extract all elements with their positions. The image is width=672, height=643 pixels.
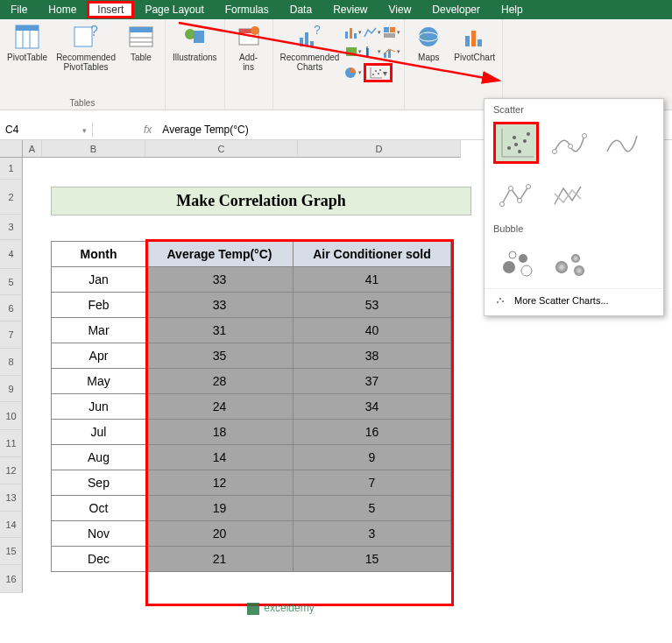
pivottable-button[interactable]: PivotTable bbox=[4, 21, 51, 74]
cell-ac[interactable]: 37 bbox=[294, 369, 451, 394]
rownum[interactable]: 9 bbox=[0, 376, 23, 402]
rownum[interactable]: 6 bbox=[0, 295, 23, 322]
table-row[interactable]: Feb3353 bbox=[52, 293, 451, 318]
rownum[interactable]: 7 bbox=[0, 322, 23, 349]
rownum[interactable]: 8 bbox=[0, 349, 23, 376]
bubble-3d-option[interactable] bbox=[546, 241, 591, 283]
cell-temp[interactable]: 20 bbox=[146, 521, 294, 547]
table-row[interactable]: Apr3538 bbox=[52, 343, 451, 369]
cell-temp[interactable]: 14 bbox=[146, 445, 294, 470]
scatter-straight-lines-markers-option[interactable] bbox=[493, 174, 539, 216]
rownum[interactable]: 11 bbox=[0, 430, 23, 457]
cell-ac[interactable]: 40 bbox=[294, 318, 451, 343]
cell-temp[interactable]: 33 bbox=[146, 267, 294, 293]
cell-month[interactable]: Nov bbox=[52, 521, 146, 547]
cell-month[interactable]: Sep bbox=[52, 470, 146, 496]
cell-month[interactable]: Feb bbox=[52, 293, 146, 318]
tab-file[interactable]: File bbox=[0, 1, 38, 18]
cell-ac[interactable]: 9 bbox=[294, 445, 451, 470]
cell-temp[interactable]: 35 bbox=[146, 343, 294, 369]
scatter-chart-button[interactable]: ▾ bbox=[364, 63, 393, 82]
bubble-option[interactable] bbox=[493, 241, 539, 283]
cell-temp[interactable]: 33 bbox=[146, 293, 294, 318]
scatter-smooth-option[interactable] bbox=[598, 122, 644, 164]
cell-ac[interactable]: 15 bbox=[294, 547, 451, 572]
cell-temp[interactable]: 28 bbox=[146, 369, 294, 394]
column-chart-button[interactable]: ▾ bbox=[344, 25, 362, 40]
recommended-charts-button[interactable]: ? Recommended Charts bbox=[277, 21, 343, 82]
rownum[interactable]: 12 bbox=[0, 457, 23, 484]
cell-ac[interactable]: 3 bbox=[294, 521, 451, 547]
table-row[interactable]: Dec2115 bbox=[52, 547, 451, 572]
table-row[interactable]: May2837 bbox=[52, 369, 451, 394]
cell-temp[interactable]: 31 bbox=[146, 318, 294, 343]
maps-button[interactable]: Maps bbox=[408, 21, 449, 64]
rownum[interactable]: 4 bbox=[0, 240, 23, 269]
cell-ac[interactable]: 34 bbox=[294, 394, 451, 420]
table-row[interactable]: Jan3341 bbox=[52, 267, 451, 293]
cell-ac[interactable]: 16 bbox=[294, 420, 451, 445]
colhead-b[interactable]: B bbox=[42, 140, 145, 158]
cell-month[interactable]: Jun bbox=[52, 394, 146, 420]
rownum[interactable]: 3 bbox=[0, 215, 23, 240]
colhead-a[interactable]: A bbox=[23, 140, 42, 158]
rownum[interactable]: 5 bbox=[0, 269, 23, 295]
tab-insert[interactable]: Insert bbox=[87, 1, 134, 18]
name-box[interactable]: C4 bbox=[0, 122, 93, 138]
cell-ac[interactable]: 7 bbox=[294, 470, 451, 496]
cell-temp[interactable]: 24 bbox=[146, 394, 294, 420]
cell-temp[interactable]: 18 bbox=[146, 420, 294, 445]
pie-chart-button[interactable]: ▾ bbox=[344, 65, 362, 81]
recommended-pivottables-button[interactable]: ? Recommended PivotTables bbox=[53, 21, 119, 74]
table-row[interactable]: Sep127 bbox=[52, 470, 451, 496]
tab-formulas[interactable]: Formulas bbox=[215, 1, 279, 18]
cell-month[interactable]: Jul bbox=[52, 420, 146, 445]
cell-ac[interactable]: 5 bbox=[294, 496, 451, 521]
cell-temp[interactable]: 12 bbox=[146, 470, 294, 496]
cell-ac[interactable]: 41 bbox=[294, 267, 451, 293]
statistic-chart-button[interactable]: ▾ bbox=[364, 44, 381, 60]
tab-help[interactable]: Help bbox=[491, 1, 534, 18]
table-row[interactable]: Mar3140 bbox=[52, 318, 451, 343]
cell-month[interactable]: Jan bbox=[52, 267, 146, 293]
rownum[interactable]: 15 bbox=[0, 538, 23, 565]
table-button[interactable]: Table bbox=[121, 21, 161, 74]
select-all-corner[interactable] bbox=[0, 140, 23, 158]
cell-month[interactable]: Mar bbox=[52, 318, 146, 343]
rownum[interactable]: 10 bbox=[0, 402, 23, 430]
hierarchy-chart-button[interactable]: ▾ bbox=[383, 25, 400, 40]
illustrations-button[interactable]: Illustrations bbox=[169, 21, 221, 64]
table-row[interactable]: Aug149 bbox=[52, 445, 451, 470]
cell-month[interactable]: Dec bbox=[52, 547, 146, 572]
colhead-c[interactable]: C bbox=[145, 140, 298, 158]
tab-pagelayout[interactable]: Page Layout bbox=[134, 1, 214, 18]
cell-month[interactable]: Oct bbox=[52, 496, 146, 521]
addins-button[interactable]: Add- ins bbox=[229, 21, 269, 74]
scatter-straight-lines-option[interactable] bbox=[546, 174, 591, 216]
cell-month[interactable]: May bbox=[52, 369, 146, 394]
rownum[interactable]: 2 bbox=[0, 180, 23, 215]
scatter-option[interactable] bbox=[493, 122, 539, 164]
cell-ac[interactable]: 53 bbox=[294, 293, 451, 318]
table-row[interactable]: Oct195 bbox=[52, 496, 451, 521]
tab-developer[interactable]: Developer bbox=[421, 1, 491, 18]
colhead-d[interactable]: D bbox=[298, 140, 461, 158]
rownum[interactable]: 1 bbox=[0, 158, 23, 180]
cell-temp[interactable]: 19 bbox=[146, 496, 294, 521]
map-chart-button[interactable]: ▾ bbox=[344, 44, 362, 60]
pivotchart-button[interactable]: PivotChart bbox=[450, 21, 499, 64]
rownum[interactable]: 16 bbox=[0, 565, 23, 593]
tab-review[interactable]: Review bbox=[322, 1, 378, 18]
table-row[interactable]: Jul1816 bbox=[52, 420, 451, 445]
more-scatter-charts[interactable]: More Scatter Charts... bbox=[485, 288, 663, 312]
table-row[interactable]: Nov203 bbox=[52, 521, 451, 547]
combo-chart-button[interactable]: ▾ bbox=[383, 44, 400, 60]
rownum[interactable]: 13 bbox=[0, 484, 23, 512]
line-chart-button[interactable]: ▾ bbox=[364, 25, 381, 40]
rownum[interactable]: 14 bbox=[0, 512, 23, 538]
cell-month[interactable]: Aug bbox=[52, 445, 146, 470]
tab-data[interactable]: Data bbox=[279, 1, 322, 18]
cell-temp[interactable]: 21 bbox=[146, 547, 294, 572]
fx-icon[interactable]: fx bbox=[137, 124, 159, 136]
tab-home[interactable]: Home bbox=[38, 1, 87, 18]
